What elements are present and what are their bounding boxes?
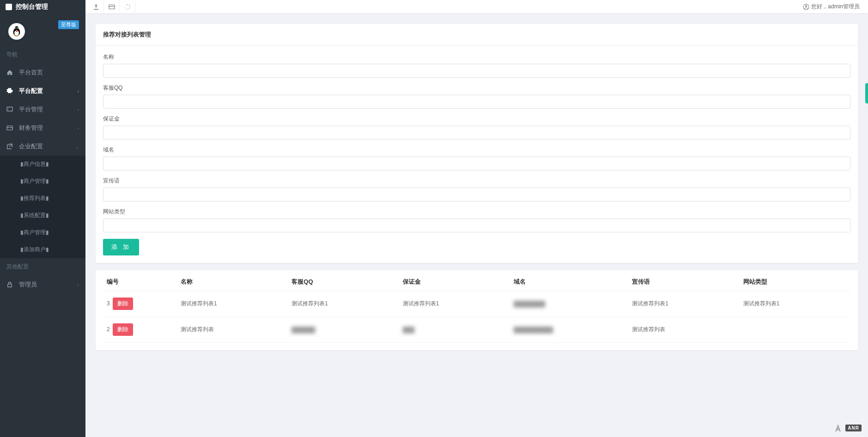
cell: ███ xyxy=(399,317,510,343)
cell-value: ██████ xyxy=(291,327,315,333)
col-header: 网站类型 xyxy=(740,273,850,291)
chevron-right-icon: › xyxy=(78,126,79,131)
lock-icon xyxy=(6,281,13,288)
form-group: 保证金 xyxy=(103,115,850,140)
panel-title: 推荐对接列表管理 xyxy=(96,24,858,46)
nav-home[interactable]: 平台首页 xyxy=(0,63,85,82)
svg-point-9 xyxy=(125,5,126,6)
svg-point-3 xyxy=(128,5,129,6)
sub-merchant-manage[interactable]: ▮商户管理▮ xyxy=(0,173,85,190)
sub-system-config[interactable]: ▮系统配置▮ xyxy=(0,207,85,224)
nav-label: 企业配置 xyxy=(19,142,43,151)
watermark-badge: ANR xyxy=(845,425,862,431)
delete-button[interactable]: 删除 xyxy=(113,323,133,336)
field-input-4[interactable] xyxy=(103,188,850,201)
form-group: 网站类型 xyxy=(103,208,850,232)
nav-section-other: 其他配置 xyxy=(0,258,85,275)
col-header: 名称 xyxy=(177,273,288,291)
header-brand: 控制台管理 xyxy=(0,0,85,14)
svg-point-8 xyxy=(124,6,125,7)
cell-value: 测试推荐列表1 xyxy=(403,300,439,307)
svg-point-14 xyxy=(15,30,16,30)
svg-point-4 xyxy=(129,6,130,7)
field-input-2[interactable] xyxy=(103,126,850,140)
watermark: ANR xyxy=(833,423,862,432)
sub-add-merchant[interactable]: ▮添加商户▮ xyxy=(0,241,85,258)
sub-merchant-info[interactable]: ▮商户信息▮ xyxy=(0,156,85,173)
table-header-row: 编号名称客服QQ保证金域名宣传语网站类型 xyxy=(103,273,850,291)
nav-section-label: 导航 xyxy=(0,46,85,63)
svg-point-22 xyxy=(16,31,18,32)
card-icon xyxy=(6,125,13,131)
card-icon xyxy=(109,4,115,10)
field-label: 网站类型 xyxy=(103,208,850,216)
cell: ██████████ xyxy=(510,317,628,343)
field-label: 客服QQ xyxy=(103,84,850,92)
svg-point-11 xyxy=(805,5,807,7)
nav-admin[interactable]: 管理员 › xyxy=(0,275,85,294)
cell: 测试推荐列表 xyxy=(628,317,739,343)
nav-label: 管理员 xyxy=(19,280,37,289)
gear-icon xyxy=(6,88,13,94)
avatar[interactable] xyxy=(8,23,25,40)
sub-merchant-manage-2[interactable]: ▮商户管理▮ xyxy=(0,224,85,241)
cell: ████████ xyxy=(510,291,628,317)
top-header: 控制台管理 您好，admin管理员 xyxy=(0,0,868,14)
field-input-0[interactable] xyxy=(103,64,850,78)
nav-enterprise[interactable]: 企业配置 ⌄ xyxy=(0,137,85,156)
cell-value: ██████████ xyxy=(514,327,553,333)
nav-label: 平台首页 xyxy=(19,68,43,77)
nav-label: 财务管理 xyxy=(19,124,43,132)
cell: 测试推荐列表 xyxy=(177,317,288,343)
chevron-right-icon: › xyxy=(78,282,79,287)
card-button[interactable] xyxy=(104,0,120,14)
version-badge: 至尊版 xyxy=(58,20,79,29)
cell xyxy=(740,317,850,343)
nav-platform-config[interactable]: 平台配置 › xyxy=(0,82,85,100)
chevron-right-icon: › xyxy=(78,107,79,112)
field-input-3[interactable] xyxy=(103,157,850,170)
greeting-text: 您好，admin管理员 xyxy=(811,3,860,11)
cell: 测试推荐列表1 xyxy=(399,291,510,317)
table-row: 3删除测试推荐列表1测试推荐列表1测试推荐列表1████████测试推荐列表1测… xyxy=(103,291,850,317)
form-group: 宣传语 xyxy=(103,177,850,201)
header-user[interactable]: 您好，admin管理员 xyxy=(803,3,868,11)
cell: 测试推荐列表1 xyxy=(628,291,739,317)
svg-point-21 xyxy=(17,28,18,28)
form-panel: 推荐对接列表管理 名称客服QQ保证金域名宣传语网站类型 添 加 xyxy=(96,24,858,263)
form-group: 客服QQ xyxy=(103,84,850,109)
nav-platform-manage[interactable]: 平台管理 › xyxy=(0,100,85,119)
cell: 测试推荐列表1 xyxy=(177,291,288,317)
field-input-1[interactable] xyxy=(103,95,850,109)
home-icon xyxy=(6,69,13,76)
sidebar: 至尊版 导航 平台首页 平台配置 › 平台管理 › 财务管理 › 企业配置 ⌄ … xyxy=(0,14,85,437)
field-label: 保证金 xyxy=(103,115,850,123)
col-header: 编号 xyxy=(103,273,177,291)
id-cell: 2删除 xyxy=(103,317,177,343)
col-header: 宣传语 xyxy=(628,273,739,291)
refresh-button[interactable] xyxy=(120,0,135,14)
penguin-icon xyxy=(11,25,23,37)
app-title: 控制台管理 xyxy=(16,3,48,11)
upload-button[interactable] xyxy=(88,0,104,14)
sidebar-profile: 至尊版 xyxy=(0,14,85,46)
delete-button[interactable]: 删除 xyxy=(113,297,133,310)
svg-rect-27 xyxy=(8,284,12,287)
logo-icon xyxy=(6,4,12,10)
table-panel: 编号名称客服QQ保证金域名宣传语网站类型 3删除测试推荐列表1测试推荐列表1测试… xyxy=(96,270,858,350)
col-header: 保证金 xyxy=(399,273,510,291)
nav-label: 平台配置 xyxy=(19,87,43,95)
sub-recommend-list[interactable]: ▮推荐列表▮ xyxy=(0,190,85,207)
loading-icon xyxy=(124,4,131,10)
svg-point-5 xyxy=(128,8,129,9)
data-table: 编号名称客服QQ保证金域名宣传语网站类型 3删除测试推荐列表1测试推荐列表1测试… xyxy=(103,273,850,343)
user-icon xyxy=(803,4,809,10)
nav-finance[interactable]: 财务管理 › xyxy=(0,119,85,137)
upload-icon xyxy=(93,4,99,10)
add-button[interactable]: 添 加 xyxy=(103,239,139,255)
form-group: 名称 xyxy=(103,53,850,78)
side-tab-handle[interactable] xyxy=(865,83,868,103)
field-input-5[interactable] xyxy=(103,218,850,232)
cell-value: 测试推荐列表1 xyxy=(291,300,328,307)
nav-label: 平台管理 xyxy=(19,105,43,114)
